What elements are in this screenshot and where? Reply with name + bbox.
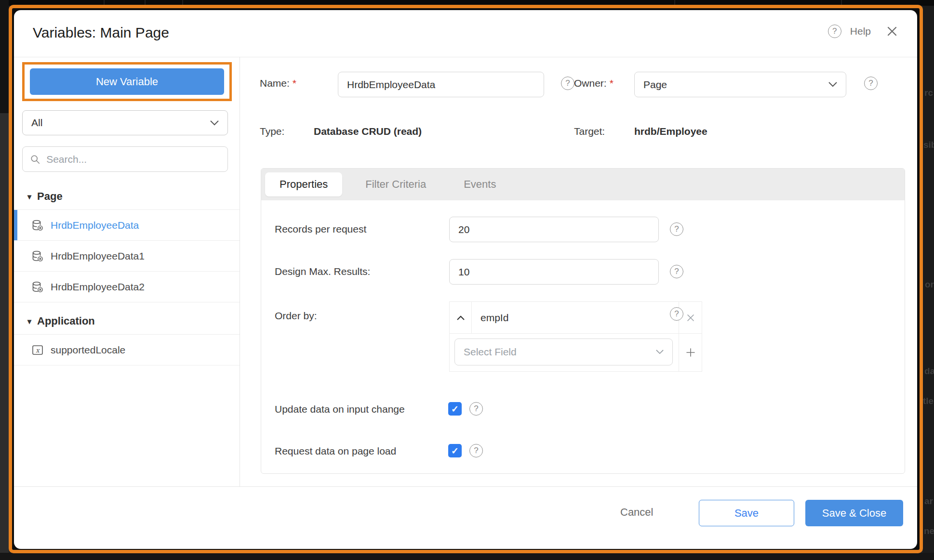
variable-search[interactable]	[22, 146, 228, 172]
selected-indicator	[14, 210, 17, 240]
background-text-fragment: rc	[924, 88, 933, 98]
order-by-add-row: Select Field	[450, 334, 702, 371]
select-field-dropdown[interactable]: Select Field	[454, 339, 673, 365]
svg-text:x: x	[36, 347, 40, 354]
request-data-help-icon[interactable]: ?	[469, 444, 483, 457]
records-help-icon[interactable]: ?	[670, 222, 683, 236]
design-max-results-input[interactable]	[449, 259, 659, 285]
type-label: Type:	[260, 126, 284, 137]
owner-help-icon[interactable]: ?	[864, 77, 878, 90]
search-input[interactable]	[46, 154, 220, 165]
owner-select[interactable]: Page	[634, 72, 846, 97]
order-by-editor: empId Select Field	[449, 301, 702, 372]
design-max-help-icon[interactable]: ?	[670, 265, 683, 278]
update-data-label: Update data on input change	[275, 404, 405, 415]
background-panel	[0, 0, 9, 113]
select-field-placeholder: Select Field	[464, 346, 517, 358]
expression-variable-icon: x	[31, 344, 44, 356]
variable-name: HrdbEmployeeData2	[51, 281, 145, 293]
design-max-results-label: Design Max. Results:	[275, 266, 370, 277]
chevron-down-icon	[656, 350, 664, 354]
request-data-checkbox[interactable]: ✓	[448, 444, 462, 457]
request-data-label: Request data on page load	[275, 445, 396, 457]
records-per-request-input[interactable]	[449, 217, 659, 242]
tab-filter-criteria[interactable]: Filter Criteria	[351, 172, 440, 196]
name-field[interactable]	[338, 72, 544, 97]
filter-selected-value: All	[31, 117, 42, 129]
order-by-label: Order by:	[275, 310, 317, 322]
new-variable-button[interactable]: New Variable	[30, 68, 224, 95]
owner-selected-value: Page	[643, 79, 667, 91]
name-help-icon[interactable]: ?	[561, 77, 574, 90]
order-by-entry-row: empId	[450, 302, 702, 334]
plus-icon	[686, 348, 695, 357]
properties-panel: Properties Filter Criteria Events Record…	[261, 168, 905, 474]
collapse-triangle-icon: ▾	[27, 317, 31, 326]
background-panel: rc sib or da tle ar ne	[923, 6, 934, 560]
owner-label: Owner:*	[574, 78, 614, 89]
annotation-highlight: New Variable	[22, 62, 232, 101]
background-panel	[0, 113, 9, 560]
sidebar-item-hrdbemployeedata1[interactable]: HrdbEmployeeData1	[14, 241, 240, 272]
records-per-request-label: Records per request	[275, 223, 366, 235]
variable-name: supportedLocale	[51, 344, 125, 356]
cancel-button[interactable]: Cancel	[620, 506, 653, 519]
variable-filter-select[interactable]: All	[22, 110, 228, 135]
type-value: Database CRUD (read)	[314, 126, 422, 137]
remove-x-icon	[687, 314, 694, 322]
required-asterisk: *	[293, 78, 296, 89]
background-panel	[0, 553, 934, 560]
variable-name: HrdbEmployeeData	[51, 220, 139, 231]
background-text-fragment: ar	[924, 496, 933, 507]
help-question-icon[interactable]: ?	[828, 25, 841, 38]
target-value: hrdb/Employee	[634, 126, 707, 137]
section-label: Page	[37, 190, 63, 203]
background-text-fragment: sib	[923, 140, 934, 150]
sort-direction-toggle[interactable]	[450, 302, 472, 333]
database-variable-icon	[31, 219, 44, 232]
database-variable-icon	[31, 281, 44, 293]
target-label: Target:	[574, 126, 605, 137]
sidebar-item-hrdbemployeedata2[interactable]: HrdbEmployeeData2	[14, 272, 240, 302]
collapse-triangle-icon: ▾	[27, 192, 31, 201]
section-header-application[interactable]: ▾ Application	[27, 315, 240, 327]
tab-properties[interactable]: Properties	[265, 172, 342, 196]
update-data-checkbox[interactable]: ✓	[448, 402, 462, 416]
order-by-help-icon[interactable]: ?	[670, 307, 683, 321]
search-icon	[30, 154, 40, 165]
background-text-fragment: or	[925, 279, 934, 290]
required-asterisk: *	[610, 78, 614, 89]
name-label: Name:*	[260, 78, 296, 89]
dialog-title: Variables: Main Page	[33, 25, 169, 41]
save-and-close-button[interactable]: Save & Close	[805, 500, 903, 526]
dialog-footer: Cancel Save Save & Close	[14, 487, 917, 549]
background-text-fragment: ne	[924, 526, 934, 536]
section-label: Application	[37, 315, 95, 327]
help-link[interactable]: Help	[850, 26, 871, 37]
update-data-help-icon[interactable]: ?	[469, 402, 483, 416]
variables-sidebar: New Variable All ▾ Page	[14, 57, 240, 486]
chevron-down-icon	[210, 120, 219, 126]
background-text-fragment: da	[924, 366, 934, 377]
tab-bar: Properties Filter Criteria Events	[261, 169, 905, 200]
chevron-down-icon	[828, 82, 837, 87]
tab-events[interactable]: Events	[449, 172, 510, 196]
variable-name: HrdbEmployeeData1	[51, 250, 145, 262]
close-icon[interactable]	[886, 26, 898, 37]
database-variable-icon	[31, 250, 44, 262]
variables-dialog: Variables: Main Page ? Help New Variable…	[14, 10, 917, 549]
save-button[interactable]: Save	[699, 500, 794, 526]
background-text-fragment: tle	[923, 396, 934, 406]
add-order-field-button[interactable]	[679, 334, 702, 371]
order-by-field-value[interactable]: empId	[472, 302, 679, 333]
sidebar-item-hrdbemployeedata[interactable]: HrdbEmployeeData	[14, 210, 240, 241]
screen: rc sib or da tle ar ne Variables: Main P…	[0, 0, 934, 560]
section-header-page[interactable]: ▾ Page	[27, 190, 240, 203]
sidebar-item-supportedlocale[interactable]: x supportedLocale	[14, 335, 240, 365]
caret-up-icon	[457, 315, 465, 320]
variable-detail-panel: Name:* ? Owner:* Page ? Type: Database C…	[240, 57, 917, 486]
